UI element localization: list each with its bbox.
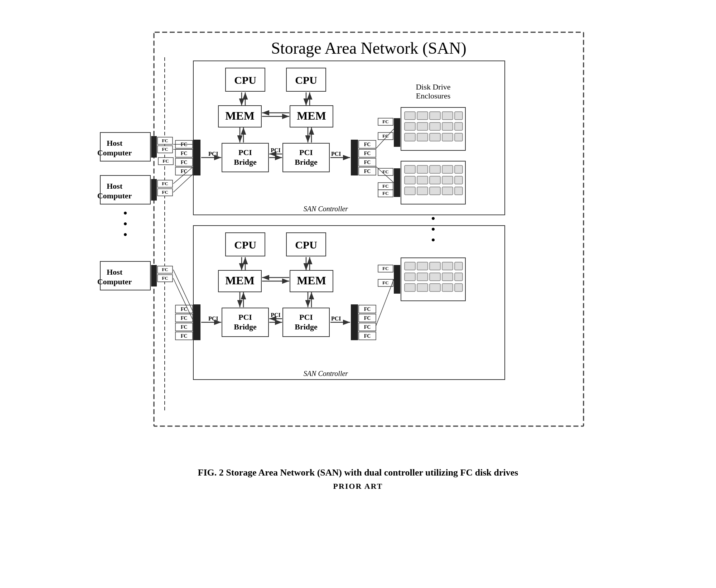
disk-e2-3-4 xyxy=(442,187,453,195)
top-right-pci-label: PCI xyxy=(331,151,341,157)
top-right-fc-tag-4-label: FC xyxy=(364,169,371,174)
host-3-line1 xyxy=(173,270,193,311)
disk-bot-1-5 xyxy=(455,262,463,270)
disk-e2-1-2 xyxy=(417,165,428,173)
prior-art-text: PRIOR ART xyxy=(333,482,383,491)
top-right-fc-bar xyxy=(351,140,358,175)
bot-right-fc-tag-3-label: FC xyxy=(364,324,371,330)
enc-dots1: • xyxy=(431,212,435,224)
bot-enc-fc-tag-2-label: FC xyxy=(382,280,388,285)
bot-right-fc-tag-4-label: FC xyxy=(364,333,371,339)
bottom-cpu-right-label: CPU xyxy=(295,239,317,251)
top-cpu-right-label: CPU xyxy=(295,74,317,86)
host-2-label2: Computer xyxy=(97,191,132,200)
caption-text: FIG. 2 Storage Area Network (SAN) with d… xyxy=(198,467,518,478)
enc1-fc-tag-1-label: FC xyxy=(382,119,388,124)
disk-e2-2-4 xyxy=(442,176,453,184)
top-controller-label: SAN Controller xyxy=(304,205,348,213)
disk-e2-1-4 xyxy=(442,165,453,173)
host-1-fc-tag-3-label: FC xyxy=(163,158,169,164)
disk-e2-3-3 xyxy=(430,187,440,195)
disk-bot-2-4 xyxy=(442,273,453,281)
bottom-mem-left-label: MEM xyxy=(225,274,255,287)
san-border xyxy=(154,32,584,426)
host-3-fc-bar xyxy=(151,265,157,286)
bot-fc-tag-3-label: FC xyxy=(181,324,188,330)
disk-e2-1-1 xyxy=(405,165,415,173)
disk-3-5 xyxy=(455,133,463,141)
bottom-left-fc-bar xyxy=(193,304,200,340)
enc2-fc-tag-3-label: FC xyxy=(382,191,388,196)
disk-e2-3-2 xyxy=(417,187,428,195)
disk-3-1 xyxy=(405,133,415,141)
figure-caption: FIG. 2 Storage Area Network (SAN) with d… xyxy=(198,466,518,479)
host-dots2: • xyxy=(124,218,127,230)
diagram-wrapper: Storage Area Network (SAN) SAN Controlle… xyxy=(14,21,702,451)
top-cpu-left-label: CPU xyxy=(234,74,256,86)
top-fc-tag-4-label: FC xyxy=(181,169,188,174)
host-1-fc-bar xyxy=(151,136,157,158)
host-2-fc-tag-1-label: FC xyxy=(162,181,168,186)
host-2-line2 xyxy=(173,174,193,192)
bot-pci-center-label: PCI xyxy=(271,312,281,318)
enc1-fc-bar xyxy=(394,118,400,147)
enc-dots2: • xyxy=(431,223,435,235)
disk-bot-3-4 xyxy=(442,284,453,291)
host-3-fc-tag-2-label: FC xyxy=(162,275,168,281)
disk-e2-2-1 xyxy=(405,176,415,184)
bot-enc-fc-tag-1-label: FC xyxy=(382,266,388,271)
san-title: Storage Area Network (SAN) xyxy=(271,39,466,57)
host-1-fc-tag-2-label: FC xyxy=(162,146,168,152)
top-left-fc-bar xyxy=(193,140,200,175)
disk-bot-1-1 xyxy=(405,262,415,270)
top-mem-right-label: MEM xyxy=(297,109,326,122)
bottom-cpu-left-label: CPU xyxy=(234,239,256,251)
top-right-fc-tag-1-label: FC xyxy=(364,142,371,147)
disk-1-5 xyxy=(455,112,463,120)
disk-e2-3-5 xyxy=(455,187,463,195)
disk-2-2 xyxy=(417,122,428,130)
disk-1-1 xyxy=(405,112,415,120)
disk-bot-3-1 xyxy=(405,284,415,291)
disk-bot-2-2 xyxy=(417,273,428,281)
host-2-label1: Host xyxy=(107,182,123,191)
bot-fc-tag-4-label: FC xyxy=(181,333,188,339)
bottom-mem-right-label: MEM xyxy=(297,274,326,287)
disk-bot-3-5 xyxy=(455,284,463,291)
disk-2-4 xyxy=(442,122,453,130)
bot-pci-bridge-left-label2: Bridge xyxy=(234,322,257,331)
disk-e2-1-5 xyxy=(455,165,463,173)
top-pci-bridge-right-label1: PCI xyxy=(299,148,313,157)
bot-right-fc-tag-1-label: FC xyxy=(364,307,371,312)
disk-2-5 xyxy=(455,122,463,130)
bot-right-fc-tag-2-label: FC xyxy=(364,315,371,321)
disk-1-3 xyxy=(430,112,440,120)
disk-2-1 xyxy=(405,122,415,130)
disk-3-4 xyxy=(442,133,453,141)
disk-1-4 xyxy=(442,112,453,120)
disk-3-3 xyxy=(430,133,440,141)
disk-enclosure-label2: Enclosures xyxy=(416,91,451,100)
disk-bot-1-3 xyxy=(430,262,440,270)
disk-bot-1-4 xyxy=(442,262,453,270)
bot-fc-tag-1-label: FC xyxy=(181,307,188,312)
bottom-right-fc-bar xyxy=(351,304,358,340)
bot-pci-bridge-right-label1: PCI xyxy=(299,313,313,322)
disk-bot-1-2 xyxy=(417,262,428,270)
top-pci-bridge-right-label2: Bridge xyxy=(295,158,318,167)
main-diagram-svg: Storage Area Network (SAN) SAN Controlle… xyxy=(54,21,662,451)
bot-pci-bridge-right-label2: Bridge xyxy=(295,322,318,331)
bot-enc-fc-bar xyxy=(394,265,400,294)
disk-bot-3-3 xyxy=(430,284,440,291)
top-fc-tag-2-label: FC xyxy=(181,151,188,156)
disk-3-2 xyxy=(417,133,428,141)
disk-bot-3-2 xyxy=(417,284,428,291)
top-pci-bridge-left-label2: Bridge xyxy=(234,158,257,167)
enc2-fc-bar xyxy=(394,168,400,197)
enc2-fc-tag-2-label: FC xyxy=(382,183,388,189)
host-1-label2: Computer xyxy=(97,148,132,157)
disk-2-3 xyxy=(430,122,440,130)
host-3-label1: Host xyxy=(107,268,123,276)
disk-e2-3-1 xyxy=(405,187,415,195)
disk-bot-2-3 xyxy=(430,273,440,281)
